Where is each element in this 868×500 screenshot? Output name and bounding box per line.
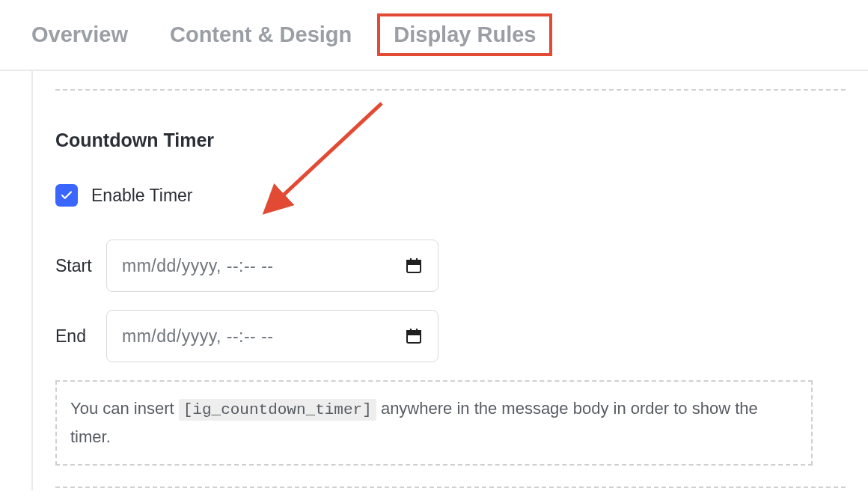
end-placeholder: mm/dd/yyyy, --:-- -- <box>122 326 274 347</box>
svg-rect-1 <box>407 260 421 264</box>
hint-code: [ig_countdown_timer] <box>179 399 376 421</box>
enable-timer-checkbox[interactable] <box>55 184 78 207</box>
tab-overview[interactable]: Overview <box>31 22 128 47</box>
start-placeholder: mm/dd/yyyy, --:-- -- <box>122 256 274 276</box>
divider-top <box>55 89 846 91</box>
divider-bottom <box>55 487 846 488</box>
countdown-panel: Countdown Timer Enable Timer Start mm/dd… <box>31 71 868 490</box>
end-field-row: End mm/dd/yyyy, --:-- -- <box>55 310 846 362</box>
calendar-icon[interactable] <box>405 257 423 275</box>
enable-timer-label: Enable Timer <box>91 186 193 206</box>
tab-content-design[interactable]: Content & Design <box>170 22 352 47</box>
start-field-row: Start mm/dd/yyyy, --:-- -- <box>55 240 846 292</box>
start-label: Start <box>55 256 106 276</box>
hint-box: You can insert [ig_countdown_timer] anyw… <box>55 380 813 466</box>
svg-rect-5 <box>407 331 421 335</box>
tabs-bar: Overview Content & Design Display Rules <box>0 0 868 71</box>
end-label: End <box>55 326 106 347</box>
end-datetime-input[interactable]: mm/dd/yyyy, --:-- -- <box>106 310 438 362</box>
start-datetime-input[interactable]: mm/dd/yyyy, --:-- -- <box>106 240 438 292</box>
enable-timer-row: Enable Timer <box>55 184 846 207</box>
hint-prefix: You can insert <box>70 399 179 418</box>
calendar-icon[interactable] <box>405 327 423 345</box>
check-icon <box>60 189 73 202</box>
section-title: Countdown Timer <box>55 129 846 151</box>
tab-display-rules[interactable]: Display Rules <box>377 13 552 56</box>
